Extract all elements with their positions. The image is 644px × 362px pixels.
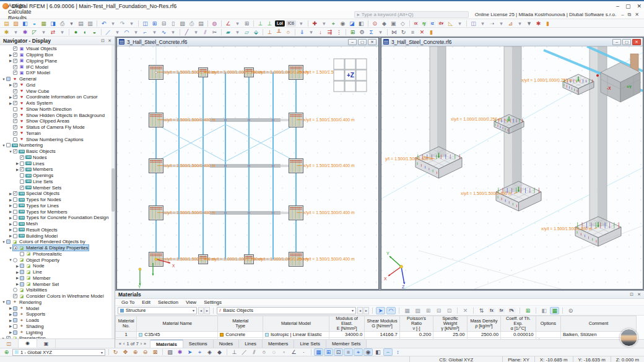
pager-last-button[interactable]: »	[144, 342, 146, 346]
calc-menu-button[interactable]: ▾	[376, 28, 385, 36]
tree-item-special-objects[interactable]: ▶123Special Objects	[0, 191, 115, 197]
window-layout-button[interactable]: ⊞	[150, 20, 159, 27]
checkbox-preselection[interactable]	[6, 336, 11, 338]
member-new-button[interactable]: ╱	[182, 28, 191, 36]
guideline-menu-button[interactable]: ▾	[320, 20, 329, 27]
tree-item-numbering[interactable]: ▼123Numbering	[0, 142, 115, 149]
tree-item-general[interactable]: ▼♥General	[0, 76, 115, 82]
save-button[interactable]: ◧	[20, 20, 30, 27]
select-move-button[interactable]: ➤	[185, 348, 194, 356]
ruler-menu-button[interactable]: ▾	[455, 20, 464, 27]
expand-icon[interactable]: ▼	[8, 150, 13, 153]
model-window-plan-title-bar[interactable]: 3_Hall_Steel_Concrete.rf6 – ▢ ✕	[117, 38, 378, 46]
expand-icon[interactable]: ▼	[1, 144, 6, 147]
select-box-button[interactable]: ◸	[30, 28, 39, 36]
tree-item-lines[interactable]: ▶123Lines	[0, 160, 115, 166]
plane-xy-button[interactable]: ◪	[347, 20, 357, 27]
radio-material-display-properties[interactable]	[13, 246, 17, 250]
align-button[interactable]: ≡	[408, 28, 417, 36]
axo-z-button[interactable]: ᵻz	[429, 20, 436, 27]
fx-remove-button[interactable]: f≠	[498, 308, 505, 314]
clipping-box-btn-button[interactable]: ▮	[427, 28, 436, 36]
snap-circle-button[interactable]: ◌	[269, 348, 279, 356]
tree-item-nodes[interactable]: 123Nodes	[0, 155, 115, 161]
combo-caret-button[interactable]: ▾	[297, 20, 306, 27]
navigator-pin-icon[interactable]: ⊡	[101, 38, 105, 43]
navigator-title-bar[interactable]: Navigator - Display ⊡ ✕	[0, 37, 115, 45]
title-bar[interactable]: Dlubal RFEM | 6.09.0006 | Main-Test_Hall…	[0, 1, 644, 11]
expand-icon[interactable]: ▶	[8, 53, 13, 57]
checkbox-line-sets[interactable]	[20, 179, 24, 184]
basic-objects-combo[interactable]: ⫽ Basic Objects▾	[217, 307, 356, 314]
pager-next-button[interactable]: ›	[141, 342, 142, 346]
snap-parallel-button[interactable]: ⫽	[250, 348, 259, 356]
tree-item-types-for-nodes[interactable]: ▶123Types for Nodes	[0, 197, 115, 203]
table-view-button[interactable]: ▦	[402, 307, 412, 314]
combo1-next-button[interactable]: ▸	[204, 307, 210, 314]
fx-edit-button[interactable]: f✎	[508, 308, 516, 314]
select-cursor-button[interactable]: ➤	[376, 307, 385, 314]
table-tab-nodes[interactable]: Nodes	[214, 340, 240, 348]
menu-selection[interactable]: Selection	[154, 299, 182, 305]
expand-icon[interactable]: ▶	[15, 264, 20, 268]
line-menu-button[interactable]: ▾	[113, 28, 122, 36]
checkbox-show-north-direction[interactable]	[13, 107, 17, 111]
ortho-toggle-button[interactable]: ⊡	[334, 348, 343, 356]
print-button[interactable]: ⎙	[58, 20, 67, 27]
tree-item-preselection[interactable]: ▶◪Preselection	[0, 335, 115, 338]
arrow-tool-button[interactable]: ➝	[487, 20, 497, 27]
ruler-button[interactable]: ◺	[446, 20, 455, 27]
combo2-prev-button[interactable]: ◂	[357, 307, 363, 314]
checkbox-grid[interactable]	[13, 83, 17, 87]
checkbox-general[interactable]	[6, 77, 11, 81]
child-restore-button[interactable]: ⧉	[628, 12, 632, 18]
coordinate-system-combo[interactable]: 1 - Global XYZ ▾	[12, 349, 105, 356]
checkbox-supports[interactable]	[13, 312, 17, 316]
iso-view-canvas[interactable]: y/t = 1.500/1.500/0.400 mx/y/t = 1.000/1…	[381, 46, 643, 289]
axo-menu-button[interactable]: ᵻt▾	[437, 20, 445, 27]
grid-settings-button[interactable]: ⊞	[242, 20, 251, 27]
node-grid-button[interactable]: ◒	[90, 28, 99, 36]
insert-row-button[interactable]: ⊞	[424, 307, 433, 314]
opening-button[interactable]: ▱	[242, 28, 251, 36]
support-nodal-button[interactable]: ⊥	[265, 28, 274, 36]
member-menu-button[interactable]: ▾	[191, 28, 201, 36]
tree-item-view-cube[interactable]: ♥View Cube	[0, 88, 115, 94]
tree-item-loads[interactable]: ▶✦Loads	[0, 317, 115, 324]
menu-view[interactable]: View	[182, 299, 200, 305]
tree-item-material-display-properties[interactable]: ▼◪Material & Display Properties	[0, 245, 115, 251]
table-tab-materials[interactable]: Materials	[150, 340, 183, 348]
expand-icon[interactable]: ▶	[8, 59, 13, 62]
load-nodal-button[interactable]: ↓	[316, 28, 325, 36]
tree-item-line-sets[interactable]: 123Line Sets	[0, 179, 115, 185]
report-button[interactable]: ▥	[85, 20, 95, 27]
user-avatar[interactable]	[620, 329, 638, 347]
expand-icon[interactable]: ▶	[15, 162, 20, 165]
search-table-button[interactable]: ⊙	[566, 307, 575, 314]
plan-window-restore-button[interactable]: ▢	[358, 39, 367, 45]
edit-cell-button[interactable]: ⊡	[445, 307, 454, 314]
expand-icon[interactable]: ▶	[8, 330, 13, 334]
checkbox-view-cube[interactable]	[13, 89, 17, 93]
ic6-badge-button[interactable]: IC6	[286, 20, 296, 27]
tree-item-result-objects[interactable]: ▶123Result Objects	[0, 227, 115, 233]
checkbox-rendering[interactable]	[6, 300, 11, 304]
tree-item-status-of-camera-fly-mode[interactable]: ♥Status of Camera Fly Mode	[0, 124, 115, 131]
pager-prev-button[interactable]: ‹	[123, 342, 124, 346]
menu-assign[interactable]: Assign	[4, 2, 36, 9]
axo-y-button[interactable]: ᵻy	[420, 20, 427, 27]
iso-window-close-button[interactable]: ✕	[632, 39, 641, 45]
render-mode-button[interactable]: ◍	[210, 20, 219, 27]
column-header-options[interactable]: Options	[536, 316, 560, 332]
tree-item-object-property[interactable]: ▼◪Object Property	[0, 257, 115, 263]
plan-view-canvas[interactable]: x/y/t = 1.500/1.500/0.400 mx/y/t = 1.000…	[117, 46, 378, 289]
view-full-button[interactable]: ⊠	[150, 348, 160, 356]
column-header-material[interactable]: Material Type	[218, 316, 263, 332]
select-window-button[interactable]: ▧	[165, 348, 175, 356]
export-excel-button[interactable]: ▦	[550, 307, 559, 314]
tree-item-member[interactable]: ▶◪Member	[0, 275, 115, 282]
surface-menu-button[interactable]: ▾	[233, 28, 242, 36]
checkbox-member-sets[interactable]	[20, 186, 24, 190]
select-all-button[interactable]: ✱	[20, 28, 30, 36]
view-rotate-button[interactable]: ↻	[111, 348, 120, 356]
